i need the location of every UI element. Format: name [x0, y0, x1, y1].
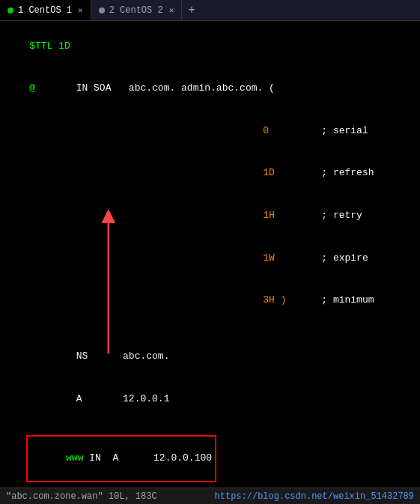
line-serial: 0 ; serial	[6, 110, 414, 153]
terminal-area[interactable]: $TTL 1D @ IN SOA abc.com. admin.abc.com.…	[0, 21, 420, 488]
line-minimum: 3H ) ; minimum	[6, 279, 414, 322]
tab-close-1[interactable]: ✕	[78, 5, 83, 15]
line-expire: 1W ; expire	[6, 237, 414, 280]
status-filename: "abc.com.zone.wan" 10L, 183C	[6, 491, 157, 502]
tab-active-indicator	[7, 7, 13, 13]
line-soa: @ IN SOA abc.com. admin.abc.com. (	[6, 68, 414, 111]
www-label: www	[66, 452, 83, 464]
tab-bar: 1 CentOS 1 ✕ 2 CentOS 2 ✕ +	[0, 0, 420, 21]
ttl-text: $TTL 1D	[29, 40, 70, 52]
tab-close-2[interactable]: ✕	[169, 5, 174, 15]
line-ttl: $TTL 1D	[6, 25, 414, 68]
line-a-record: A 12.0.0.1	[6, 378, 414, 421]
line-retry: 1H ; retry	[6, 195, 414, 237]
tab-centos2[interactable]: 2 CentOS 2 ✕	[91, 0, 183, 20]
line-ns: NS abc.com.	[6, 336, 414, 379]
status-url[interactable]: https://blog.csdn.net/weixin_51432789	[215, 491, 414, 502]
tab-centos1[interactable]: 1 CentOS 1 ✕	[0, 0, 91, 20]
tab-inactive-indicator	[99, 7, 105, 13]
line-blank	[6, 322, 414, 336]
status-bar: "abc.com.zone.wan" 10L, 183C https://blo…	[0, 488, 420, 504]
www-highlight-box: www IN A 12.0.0.100	[26, 435, 216, 482]
line-www: www IN A 12.0.0.100	[6, 422, 414, 488]
tab-label-2: 2 CentOS 2	[109, 5, 163, 16]
tab-label-1: 1 CentOS 1	[18, 5, 72, 16]
tab-add-button[interactable]: +	[182, 0, 201, 20]
line-refresh: 1D ; refresh	[6, 153, 414, 195]
